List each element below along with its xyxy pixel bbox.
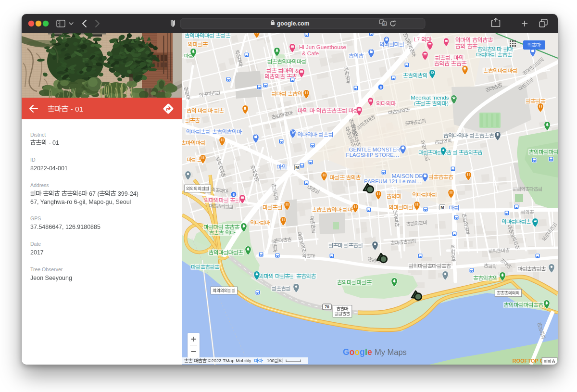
svg-text:6: 6: [78, 190, 82, 197]
svg-text:g: g: [360, 347, 365, 357]
svg-text:l: l: [365, 347, 367, 357]
svg-text:67: 67: [89, 190, 96, 197]
svg-text:,: ,: [451, 55, 452, 61]
svg-text:70: 70: [325, 304, 329, 309]
svg-text:ROOFTOP C: ROOFTOP C: [513, 358, 544, 364]
svg-text:©2023: ©2023: [208, 358, 222, 363]
svg-text:01: 01: [75, 105, 83, 113]
svg-text:82022-04-001: 82022-04-001: [30, 165, 68, 172]
svg-text:District: District: [30, 132, 46, 138]
svg-text:Hi Jun Guesthouse: Hi Jun Guesthouse: [299, 44, 346, 50]
svg-text:Address: Address: [30, 182, 49, 188]
svg-text:google.com: google.com: [277, 20, 309, 27]
svg-text:2017: 2017: [30, 249, 44, 256]
svg-text:FLAGSHIP STORE…: FLAGSHIP STORE…: [346, 152, 400, 158]
svg-text:Meerkat friends: Meerkat friends: [411, 95, 449, 101]
svg-text:e: e: [367, 347, 372, 357]
svg-text:PARFUM 121 Le mal…: PARFUM 121 Le mal…: [364, 178, 421, 184]
svg-text:A: A: [383, 22, 386, 25]
svg-text:& Cafe: & Cafe: [302, 51, 319, 56]
svg-text:o: o: [354, 347, 360, 357]
svg-text:M: M: [295, 165, 299, 170]
svg-text:-: -: [49, 139, 50, 146]
svg-text:Jeon Seeyoung: Jeon Seeyoung: [30, 275, 72, 281]
svg-text:My Maps: My Maps: [375, 348, 407, 356]
svg-text:67, Yanghwa-ro 6-gil, Mapo-gu,: 67, Yanghwa-ro 6-gil, Mapo-gu, Seoul: [30, 199, 131, 205]
svg-text:100: 100: [267, 358, 275, 363]
svg-text:Mobility: Mobility: [236, 358, 251, 363]
svg-text:G: G: [343, 347, 350, 357]
svg-text:GPS: GPS: [30, 215, 41, 221]
svg-text:Date: Date: [30, 241, 41, 247]
svg-text:(: (: [97, 190, 100, 197]
svg-text:M: M: [440, 205, 444, 210]
svg-text:6: 6: [380, 85, 382, 89]
svg-text:TMap: TMap: [223, 358, 234, 363]
svg-text:-: -: [71, 105, 73, 113]
svg-text:37.5486647, 126.9180885: 37.5486647, 126.9180885: [30, 224, 100, 230]
svg-text:399-24): 399-24): [118, 190, 138, 197]
svg-text:01: 01: [52, 139, 59, 146]
svg-text:o: o: [350, 347, 355, 357]
svg-text:(: (: [414, 101, 416, 106]
svg-text:6: 6: [233, 192, 235, 197]
svg-text:Tree Observer: Tree Observer: [30, 266, 63, 272]
svg-text:): ): [447, 101, 449, 106]
svg-text:ID: ID: [30, 157, 36, 163]
svg-text:L7: L7: [414, 37, 420, 42]
